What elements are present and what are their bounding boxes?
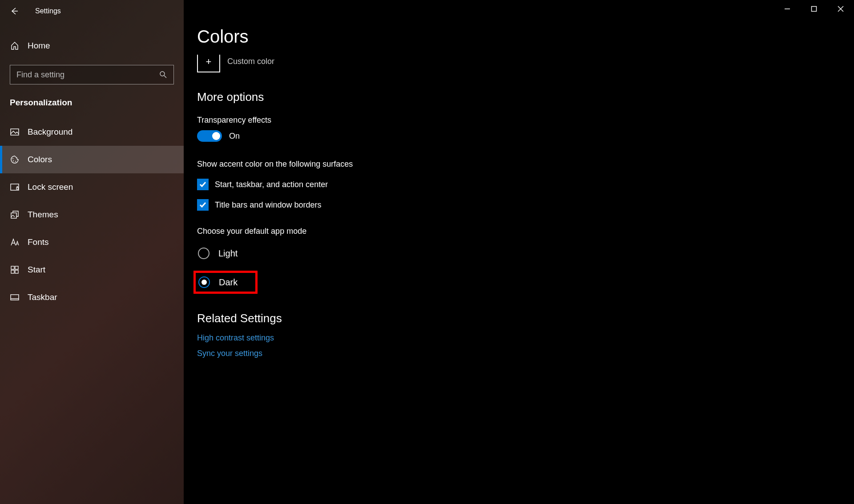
svg-point-10 [15, 161, 16, 162]
svg-point-8 [12, 158, 13, 159]
svg-rect-12 [16, 188, 18, 189]
high-contrast-link[interactable]: High contrast settings [197, 333, 854, 343]
svg-line-6 [164, 76, 166, 78]
sidebar-item-label: Fonts [28, 237, 49, 247]
accent-heading: Show accent color on the following surfa… [197, 160, 854, 169]
window-title: Settings [35, 7, 61, 15]
taskbar-icon [10, 292, 20, 302]
maximize-button[interactable] [801, 0, 827, 18]
themes-icon [10, 210, 20, 220]
close-button[interactable] [827, 0, 854, 18]
home-icon [10, 41, 20, 51]
app-mode-heading: Choose your default app mode [197, 227, 854, 236]
search-icon [159, 71, 167, 79]
sidebar-item-label: Lock screen [28, 182, 73, 192]
svg-rect-15 [15, 266, 18, 269]
more-options-heading: More options [197, 90, 854, 104]
fonts-icon [10, 237, 20, 247]
palette-icon [10, 155, 20, 164]
category-label: Personalization [10, 98, 174, 108]
sidebar-item-background[interactable]: Background [0, 118, 184, 146]
start-icon [10, 265, 20, 275]
search-box[interactable] [10, 65, 174, 84]
custom-color-label: Custom color [227, 57, 274, 66]
svg-point-5 [160, 72, 165, 76]
checkbox-label: Title bars and window borders [215, 200, 321, 210]
transparency-state: On [229, 132, 240, 141]
transparency-label: Transparency effects [197, 116, 854, 125]
checkbox-label: Start, taskbar, and action center [215, 180, 328, 189]
home-label: Home [28, 41, 50, 51]
svg-rect-7 [11, 129, 19, 135]
radio-label: Dark [219, 277, 238, 288]
svg-rect-14 [11, 266, 14, 269]
checkbox-start-taskbar[interactable] [197, 179, 209, 190]
radio-light[interactable] [198, 248, 209, 259]
search-input[interactable] [16, 70, 159, 80]
sidebar-item-label: Start [28, 265, 45, 275]
custom-color-button[interactable]: + Custom color [197, 55, 854, 72]
radio-light-row[interactable]: Light [197, 245, 854, 262]
related-settings-heading: Related Settings [197, 312, 854, 325]
sidebar-item-label: Background [28, 127, 73, 137]
sidebar-item-lockscreen[interactable]: Lock screen [0, 173, 184, 201]
highlight-annotation: Dark [193, 271, 258, 294]
sidebar-item-themes[interactable]: Themes [0, 201, 184, 228]
sidebar-item-label: Taskbar [28, 292, 57, 302]
sidebar-item-fonts[interactable]: Fonts [0, 228, 184, 256]
radio-dark[interactable] [198, 276, 210, 288]
sidebar-item-label: Themes [28, 210, 58, 220]
svg-rect-17 [15, 270, 18, 273]
svg-rect-13 [11, 213, 16, 218]
sidebar: Settings Home Personalization Background [0, 0, 184, 504]
svg-rect-18 [11, 295, 19, 300]
svg-point-9 [13, 160, 14, 161]
lock-screen-icon [10, 182, 20, 192]
back-button[interactable] [9, 6, 20, 16]
picture-icon [10, 127, 20, 137]
sidebar-item-taskbar[interactable]: Taskbar [0, 284, 184, 311]
radio-label: Light [218, 248, 238, 259]
sync-settings-link[interactable]: Sync your settings [197, 349, 262, 358]
transparency-toggle[interactable] [197, 130, 222, 142]
svg-rect-1 [812, 7, 817, 12]
svg-rect-16 [11, 270, 14, 273]
main-content: Colors + Custom color More options Trans… [184, 0, 854, 504]
page-title: Colors [197, 27, 854, 47]
home-nav[interactable]: Home [0, 36, 184, 56]
sidebar-item-colors[interactable]: Colors [0, 146, 184, 173]
radio-dark-row[interactable]: Dark [198, 276, 238, 288]
sidebar-item-label: Colors [28, 155, 52, 164]
minimize-button[interactable] [774, 0, 801, 18]
plus-box-icon: + [197, 55, 220, 72]
checkbox-title-bars[interactable] [197, 199, 209, 211]
sidebar-item-start[interactable]: Start [0, 256, 184, 284]
